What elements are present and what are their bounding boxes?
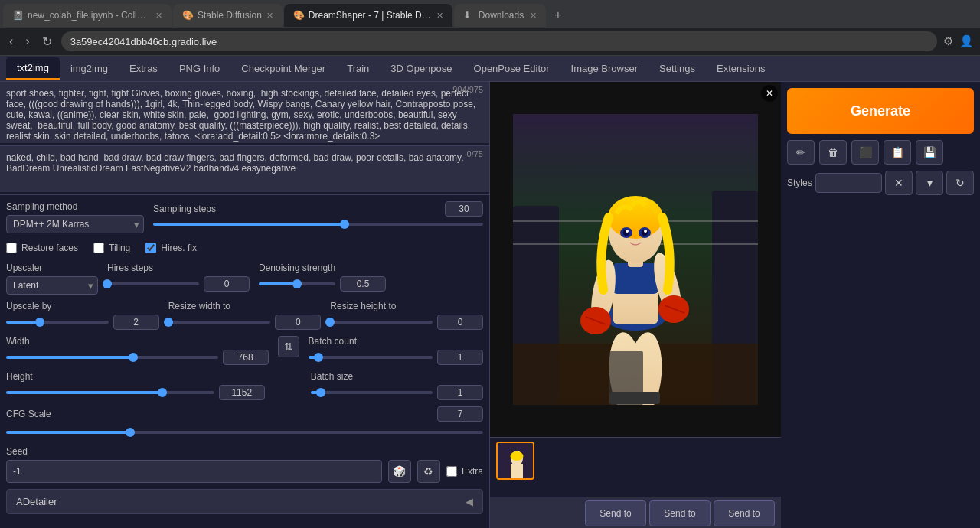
tiling-item[interactable]: Tiling	[93, 243, 130, 253]
send-to-button-2[interactable]: Send to	[649, 500, 710, 526]
resize-height-thumb[interactable]	[325, 318, 335, 327]
tab-img2img[interactable]: img2img	[60, 58, 119, 79]
batch-size-thumb[interactable]	[316, 388, 325, 397]
upscale-by-thumb[interactable]	[35, 318, 44, 327]
tab-stable-diffusion[interactable]: 🎨 Stable Diffusion ✕	[173, 4, 283, 27]
sd-tab-close[interactable]: ✕	[266, 11, 273, 21]
batch-size-value[interactable]	[437, 385, 483, 400]
cfg-scale-thumb[interactable]	[126, 428, 135, 437]
extra-checkbox-item[interactable]: Extra	[446, 466, 483, 477]
dl-tab-close[interactable]: ✕	[530, 11, 537, 21]
seed-random-button[interactable]: 🎲	[388, 460, 411, 483]
hires-fix-checkbox[interactable]	[145, 243, 156, 253]
new-tab-button[interactable]: +	[547, 5, 569, 26]
resize-width-value[interactable]	[275, 315, 321, 330]
tab-settings[interactable]: Settings	[648, 58, 706, 79]
width-thumb[interactable]	[129, 353, 138, 362]
send-to-button-1[interactable]: Send to	[585, 500, 646, 526]
tab-extensions[interactable]: Extensions	[706, 58, 776, 79]
action-save-button[interactable]: 💾	[916, 140, 943, 165]
tab-downloads[interactable]: ⬇ Downloads ✕	[454, 4, 546, 27]
resize-height-value[interactable]	[437, 315, 483, 330]
spacer	[948, 140, 974, 165]
svg-point-23	[626, 230, 629, 233]
tab-checkpoint-merger[interactable]: Checkpoint Merger	[230, 58, 336, 79]
cfg-scale-track	[6, 431, 483, 434]
width-group: Width	[6, 336, 269, 365]
tab-dreamshaper[interactable]: 🎨 DreamShaper - 7 | Stable Diffusio... ✕	[284, 4, 452, 27]
sampling-steps-thumb[interactable]	[340, 220, 349, 229]
sampling-method-label: Sampling method	[6, 201, 144, 212]
height-thumb[interactable]	[158, 388, 167, 397]
upscaler-select[interactable]: Latent	[6, 276, 98, 295]
thumbnail-1[interactable]	[496, 442, 534, 480]
upscale-by-value[interactable]	[113, 315, 159, 330]
address-bar[interactable]: 3a59ec42041dbb46cb.gradio.live	[61, 31, 937, 51]
image-canvas: ✕	[490, 82, 781, 437]
styles-clear-button[interactable]: ✕	[885, 171, 913, 195]
forward-button[interactable]: ›	[22, 31, 32, 51]
tab-3d-openpose[interactable]: 3D Openpose	[380, 58, 462, 79]
batch-count-thumb[interactable]	[314, 353, 323, 362]
sampling-method-wrapper: DPM++ 2M Karras ▾	[6, 215, 144, 233]
hires-steps-thumb[interactable]	[103, 279, 112, 288]
upscale-by-label: Upscale by	[6, 301, 159, 311]
colab-tab-close[interactable]: ✕	[155, 11, 162, 21]
generate-button[interactable]: Generate	[787, 88, 974, 134]
hires-fix-item[interactable]: Hires. fix	[145, 243, 197, 253]
sampling-method-select[interactable]: DPM++ 2M Karras	[6, 215, 144, 233]
tab-colab[interactable]: 📓 new_colab_file.ipynb - Collabora... ✕	[3, 4, 172, 27]
colab-favicon: 📓	[12, 10, 23, 21]
tab-txt2img[interactable]: txt2img	[6, 57, 60, 80]
extra-checkbox[interactable]	[446, 466, 457, 477]
send-to-button-3[interactable]: Send to	[714, 500, 775, 526]
positive-prompt-input[interactable]	[0, 82, 489, 143]
styles-dropdown-button[interactable]: ▾	[916, 171, 943, 195]
back-button[interactable]: ‹	[6, 31, 16, 51]
profile-icon[interactable]: 👤	[959, 34, 974, 48]
app-tab-bar: txt2img img2img Extras PNG Info Checkpoi…	[0, 56, 980, 82]
sampling-steps-header: Sampling steps	[153, 201, 483, 217]
sampling-steps-value[interactable]	[445, 201, 483, 217]
image-display-area: ✕	[490, 82, 781, 483]
nav-icons: ⚙ 👤	[943, 34, 974, 48]
image-close-button[interactable]: ✕	[761, 85, 778, 102]
action-stop-button[interactable]: ⬛	[851, 140, 879, 165]
svg-rect-32	[511, 464, 523, 480]
styles-refresh-button[interactable]: ↻	[946, 171, 974, 195]
tab-extras[interactable]: Extras	[119, 58, 168, 79]
height-value[interactable]	[219, 385, 265, 400]
denoising-thumb[interactable]	[292, 279, 302, 288]
batch-size-label: Batch size	[311, 371, 483, 382]
restore-faces-checkbox[interactable]	[6, 243, 17, 253]
sampling-method-group: Sampling method DPM++ 2M Karras ▾	[6, 201, 144, 233]
action-copy-button[interactable]: 📋	[884, 140, 911, 165]
width-value[interactable]	[223, 350, 269, 365]
hires-fix-label: Hires. fix	[161, 243, 197, 253]
batch-count-track	[309, 356, 433, 359]
dl-favicon: ⬇	[463, 10, 474, 21]
tab-train[interactable]: Train	[336, 58, 380, 79]
seed-recycle-button[interactable]: ♻	[417, 460, 440, 483]
styles-input[interactable]	[815, 173, 882, 193]
tab-openpose-editor[interactable]: OpenPose Editor	[463, 58, 560, 79]
reload-button[interactable]: ↻	[39, 31, 55, 52]
denoising-value[interactable]	[340, 276, 386, 292]
hires-steps-value[interactable]	[204, 276, 250, 292]
extensions-icon[interactable]: ⚙	[943, 34, 953, 48]
negative-prompt-input[interactable]	[0, 146, 489, 192]
tab-png-info[interactable]: PNG Info	[168, 58, 230, 79]
ds-tab-close[interactable]: ✕	[436, 11, 443, 21]
swap-dimensions-button[interactable]: ⇅	[278, 336, 299, 357]
seed-input[interactable]	[6, 460, 382, 483]
adetailer-bar[interactable]: ADetailer ◀	[6, 489, 483, 514]
tab-image-browser[interactable]: Image Browser	[560, 58, 648, 79]
action-trash-button[interactable]: 🗑	[819, 140, 847, 165]
tiling-checkbox[interactable]	[93, 243, 104, 253]
action-pencil-button[interactable]: ✏	[787, 140, 815, 165]
batch-count-value[interactable]	[437, 350, 483, 365]
resize-width-thumb[interactable]	[164, 318, 173, 327]
colab-tab-title: new_colab_file.ipynb - Collabora...	[28, 10, 151, 21]
restore-faces-item[interactable]: Restore faces	[6, 243, 78, 253]
cfg-scale-value[interactable]	[437, 406, 483, 422]
